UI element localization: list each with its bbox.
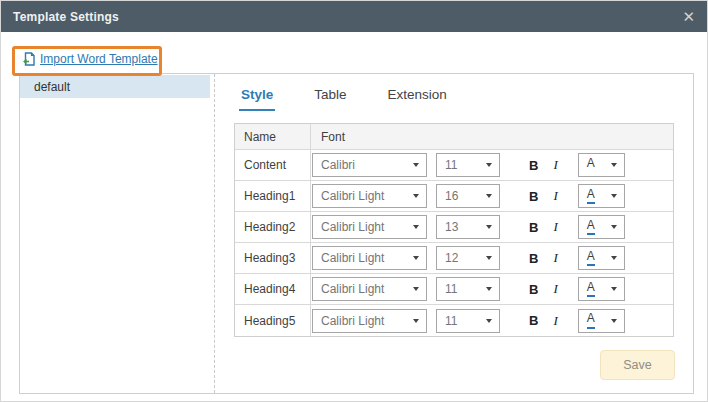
font-family-select[interactable]: Calibri Light (312, 277, 427, 301)
font-color-select[interactable]: A (578, 184, 625, 208)
font-color-select[interactable]: A (578, 215, 625, 239)
font-size-value: 16 (445, 189, 458, 203)
italic-button[interactable]: I (553, 250, 557, 266)
font-size-value: 11 (445, 158, 457, 172)
font-color-label: A (587, 219, 595, 235)
settings-panel: default Style Table Extension Name Font … (19, 73, 694, 394)
row-font-cell: Calibri 11 B I A (311, 150, 673, 180)
font-color-select[interactable]: A (578, 309, 625, 333)
dialog-titlebar: Template Settings ✕ (1, 1, 707, 32)
font-family-value: Calibri (321, 158, 355, 172)
chevron-down-icon (413, 319, 419, 323)
font-family-value: Calibri Light (321, 220, 384, 234)
panel-divider (214, 74, 215, 393)
row-font-cell: Calibri Light 16 B I A (311, 181, 673, 211)
font-size-select[interactable]: 13 (436, 215, 500, 239)
font-family-select[interactable]: Calibri (312, 153, 427, 177)
font-color-select[interactable]: A (578, 246, 625, 270)
row-font-cell: Calibri Light 12 B I A (311, 243, 673, 273)
import-word-template-link[interactable]: Import Word Template (22, 52, 158, 66)
italic-button[interactable]: I (553, 313, 557, 329)
table-row: Heading5 Calibri Light 11 B I A (235, 305, 673, 336)
chevron-down-icon (611, 163, 617, 167)
column-header-name: Name (235, 124, 311, 149)
import-document-icon (22, 52, 36, 66)
style-table: Name Font Content Calibri 11 B I A Headi… (234, 123, 674, 337)
row-name-label: Content (235, 150, 311, 180)
template-settings-dialog: Template Settings ✕ Import Word Template… (0, 0, 708, 402)
bold-button[interactable]: B (529, 313, 538, 328)
chevron-down-icon (486, 194, 492, 198)
bold-button[interactable]: B (529, 282, 538, 297)
chevron-down-icon (611, 194, 617, 198)
font-size-value: 12 (445, 251, 458, 265)
font-color-label: A (587, 312, 595, 328)
chevron-down-icon (486, 287, 492, 291)
import-link-label: Import Word Template (40, 52, 158, 66)
font-size-select[interactable]: 16 (436, 184, 500, 208)
tab-style[interactable]: Style (239, 85, 275, 111)
table-row: Heading1 Calibri Light 16 B I A (235, 181, 673, 212)
chevron-down-icon (486, 319, 492, 323)
save-button[interactable]: Save (600, 350, 675, 380)
font-family-value: Calibri Light (321, 282, 384, 296)
font-color-label: A (587, 281, 595, 297)
bold-button[interactable]: B (529, 251, 538, 266)
chevron-down-icon (413, 163, 419, 167)
tab-bar: Style Table Extension (239, 85, 486, 111)
template-name-label: default (34, 80, 70, 94)
tab-extension[interactable]: Extension (386, 85, 449, 111)
tab-table[interactable]: Table (312, 85, 348, 111)
style-table-body: Content Calibri 11 B I A Heading1 Calibr… (235, 150, 673, 336)
chevron-down-icon (413, 225, 419, 229)
font-family-value: Calibri Light (321, 314, 384, 328)
font-family-select[interactable]: Calibri Light (312, 309, 427, 333)
chevron-down-icon (486, 163, 492, 167)
italic-button[interactable]: I (553, 157, 557, 173)
row-name-label: Heading5 (235, 305, 311, 336)
font-color-select[interactable]: A (578, 153, 625, 177)
table-row: Content Calibri 11 B I A (235, 150, 673, 181)
row-name-label: Heading1 (235, 181, 311, 211)
close-icon[interactable]: ✕ (682, 9, 695, 24)
row-name-label: Heading4 (235, 274, 311, 304)
column-header-font: Font (311, 124, 673, 149)
chevron-down-icon (413, 256, 419, 260)
table-row: Heading4 Calibri Light 11 B I A (235, 274, 673, 305)
font-size-select[interactable]: 12 (436, 246, 500, 270)
font-color-select[interactable]: A (578, 277, 625, 301)
chevron-down-icon (611, 287, 617, 291)
font-family-value: Calibri Light (321, 189, 384, 203)
font-size-select[interactable]: 11 (436, 277, 500, 301)
dialog-title: Template Settings (13, 10, 119, 24)
font-family-value: Calibri Light (321, 251, 384, 265)
font-family-select[interactable]: Calibri Light (312, 184, 427, 208)
font-family-select[interactable]: Calibri Light (312, 215, 427, 239)
row-name-label: Heading2 (235, 212, 311, 242)
table-row: Heading2 Calibri Light 13 B I A (235, 212, 673, 243)
chevron-down-icon (486, 225, 492, 229)
font-size-value: 11 (445, 314, 457, 328)
font-size-value: 11 (445, 282, 457, 296)
italic-button[interactable]: I (553, 188, 557, 204)
chevron-down-icon (486, 256, 492, 260)
chevron-down-icon (413, 287, 419, 291)
bold-button[interactable]: B (529, 158, 538, 173)
bold-button[interactable]: B (529, 220, 538, 235)
font-size-select[interactable]: 11 (436, 153, 500, 177)
font-size-select[interactable]: 11 (436, 309, 500, 333)
font-color-label: A (587, 250, 595, 266)
font-size-value: 13 (445, 220, 458, 234)
chevron-down-icon (611, 256, 617, 260)
bold-button[interactable]: B (529, 189, 538, 204)
sidebar-item-default[interactable]: default (20, 75, 210, 98)
font-color-label: A (587, 188, 595, 204)
italic-button[interactable]: I (553, 281, 557, 297)
row-font-cell: Calibri Light 13 B I A (311, 212, 673, 242)
row-font-cell: Calibri Light 11 B I A (311, 305, 673, 336)
template-list: default (20, 74, 214, 393)
italic-button[interactable]: I (553, 219, 557, 235)
table-row: Heading3 Calibri Light 12 B I A (235, 243, 673, 274)
style-table-header: Name Font (235, 124, 673, 150)
font-family-select[interactable]: Calibri Light (312, 246, 427, 270)
